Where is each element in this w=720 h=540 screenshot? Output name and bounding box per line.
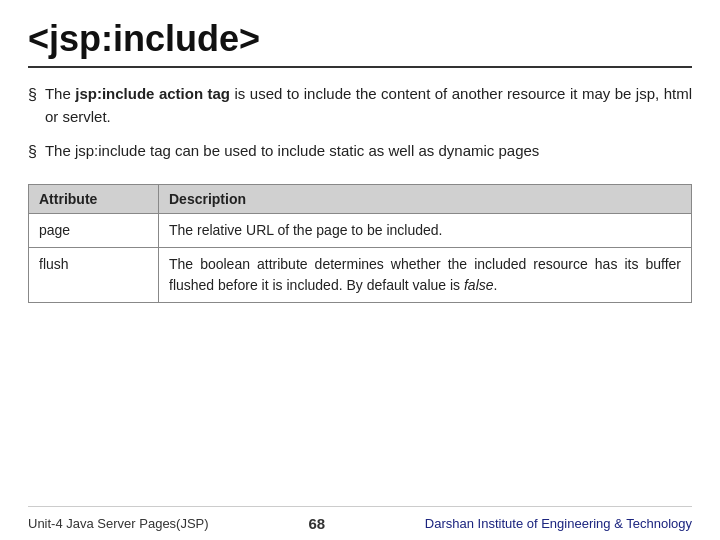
- table-header-row: Attribute Description: [29, 185, 692, 214]
- bullet-symbol-2: §: [28, 140, 37, 165]
- bullet1-prefix: The: [45, 85, 75, 102]
- col-header-description: Description: [159, 185, 692, 214]
- attr-flush-name: flush: [29, 248, 159, 303]
- footer-left: Unit-4 Java Server Pages(JSP): [28, 516, 209, 531]
- col-header-attribute: Attribute: [29, 185, 159, 214]
- footer-page-number: 68: [308, 515, 325, 532]
- bullet-text-1: The jsp:include action tag is used to in…: [45, 82, 692, 129]
- page-container: <jsp:include> § The jsp:include action t…: [0, 0, 720, 540]
- bullet-text-2: The jsp:include tag can be used to inclu…: [45, 139, 692, 162]
- attr-flush-desc: The boolean attribute determines whether…: [159, 248, 692, 303]
- attribute-table: Attribute Description page The relative …: [28, 184, 692, 303]
- attr-page-desc: The relative URL of the page to be inclu…: [159, 214, 692, 248]
- bullet-2: § The jsp:include tag can be used to inc…: [28, 139, 692, 165]
- bullet1-bold: jsp:include action tag: [75, 85, 230, 102]
- page-title: <jsp:include>: [28, 18, 692, 60]
- content-section: § The jsp:include action tag is used to …: [28, 82, 692, 506]
- bullet-symbol-1: §: [28, 83, 37, 108]
- title-section: <jsp:include>: [28, 18, 692, 68]
- attr-page-name: page: [29, 214, 159, 248]
- flush-desc-italic: false: [464, 277, 494, 293]
- flush-desc-part3: .: [494, 277, 498, 293]
- footer: Unit-4 Java Server Pages(JSP) 68 Darshan…: [28, 506, 692, 540]
- flush-desc-part1: The boolean attribute determines whether…: [169, 256, 681, 293]
- bullet-1: § The jsp:include action tag is used to …: [28, 82, 692, 129]
- table-row-flush: flush The boolean attribute determines w…: [29, 248, 692, 303]
- footer-right: Darshan Institute of Engineering & Techn…: [425, 516, 692, 531]
- table-row-page: page The relative URL of the page to be …: [29, 214, 692, 248]
